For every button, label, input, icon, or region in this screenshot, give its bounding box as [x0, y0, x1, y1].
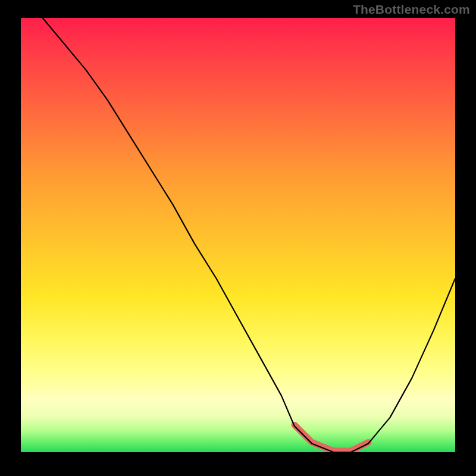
- curve-svg: [21, 18, 455, 452]
- watermark-text: TheBottleneck.com: [353, 2, 470, 17]
- bottleneck-curve: [43, 18, 456, 452]
- plot-area: [21, 18, 455, 452]
- chart-frame: TheBottleneck.com: [0, 0, 476, 476]
